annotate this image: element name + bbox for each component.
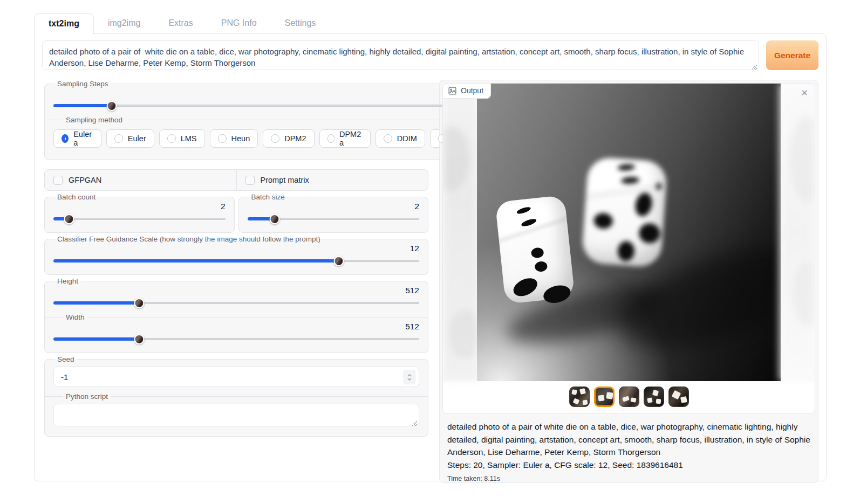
batch-size-group: Batch size 2 xyxy=(238,193,429,233)
chevron-down-icon[interactable] xyxy=(407,378,412,381)
slider-fill xyxy=(53,301,139,305)
slider-thumb[interactable] xyxy=(64,214,74,224)
height-slider[interactable] xyxy=(53,298,419,308)
prompt-input[interactable]: detailed photo of a pair of white die on… xyxy=(42,40,759,70)
radio-dpm2[interactable]: DPM2 xyxy=(263,129,314,148)
gallery-thumbnail-4[interactable] xyxy=(644,386,664,407)
gfpgan-option[interactable]: GFPGAN xyxy=(45,170,237,190)
radio-label: DPM2 xyxy=(284,134,306,143)
gallery-thumbnail-2-selected[interactable] xyxy=(594,386,615,407)
prompt-box: detailed photo of a pair of white die on… xyxy=(42,40,759,72)
batch-count-label: Batch count xyxy=(54,193,98,201)
slider-thumb[interactable] xyxy=(134,298,145,308)
gallery-thumbnail-3[interactable] xyxy=(619,386,639,407)
caption-prompt: detailed photo of a pair of white die on… xyxy=(447,420,810,459)
batch-count-group: Batch count 2 xyxy=(44,193,235,233)
batch-count-slider[interactable] xyxy=(53,214,226,224)
prompt-row: detailed photo of a pair of white die on… xyxy=(42,40,818,72)
generated-image[interactable] xyxy=(477,84,781,381)
options-checkbox-panel: GFPGAN Prompt matrix xyxy=(44,169,428,191)
slider-fill xyxy=(53,259,339,263)
txt2img-tab-panel: detailed photo of a pair of white die on… xyxy=(34,33,827,481)
width-group: Width 512 xyxy=(45,313,428,347)
radio-euler[interactable]: Euler xyxy=(106,129,154,148)
image-carousel xyxy=(443,84,815,381)
output-column: Output ✕ xyxy=(439,80,818,483)
radio-icon xyxy=(114,134,123,143)
sampling-steps-slider[interactable] xyxy=(53,101,481,111)
seed-input[interactable] xyxy=(53,367,419,387)
generation-info: detailed photo of a pair of white die on… xyxy=(442,414,815,486)
batch-size-value: 2 xyxy=(248,201,420,214)
width-value: 512 xyxy=(53,321,419,334)
radio-dpm2-a[interactable]: DPM2 a xyxy=(319,129,371,148)
radio-icon xyxy=(271,134,279,143)
sampling-method-label: Sampling method xyxy=(63,116,125,124)
radio-label: DPM2 a xyxy=(339,130,363,147)
seed-label: Seed xyxy=(54,355,77,363)
slider-fill xyxy=(53,104,112,107)
python-script-label: Python script xyxy=(63,392,111,401)
close-icon[interactable]: ✕ xyxy=(800,87,810,99)
radio-heun[interactable]: Heun xyxy=(210,129,258,148)
caption-params: Steps: 20, Sampler: Euler a, CFG scale: … xyxy=(447,459,810,472)
gallery-thumbnail-1[interactable] xyxy=(569,386,590,407)
die-focused xyxy=(495,195,575,304)
next-image-preview[interactable] xyxy=(779,84,815,381)
seed-spinner[interactable] xyxy=(404,370,415,384)
cfg-scale-label: Classifier Free Guidance Scale (how stro… xyxy=(54,235,323,243)
sampling-method-group: Sampling method Euler a Euler LMS Heun D… xyxy=(45,116,489,154)
width-slider[interactable] xyxy=(53,334,419,344)
height-value: 512 xyxy=(53,285,419,298)
radio-label: LMS xyxy=(181,134,197,143)
radio-euler-a[interactable]: Euler a xyxy=(53,129,101,148)
batch-row: Batch count 2 Batch size 2 xyxy=(44,193,428,235)
python-script-input[interactable] xyxy=(53,404,419,426)
radio-label: Heun xyxy=(231,134,250,143)
seed-input-wrap xyxy=(53,367,419,387)
tab-bar: txt2img img2img Extras PNG Info Settings xyxy=(34,13,860,33)
seed-group: Seed Python script xyxy=(44,355,428,437)
batch-count-value: 2 xyxy=(53,201,226,214)
slider-thumb[interactable] xyxy=(106,101,117,111)
width-label: Width xyxy=(63,313,87,321)
slider-thumb[interactable] xyxy=(134,334,145,344)
slider-thumb[interactable] xyxy=(270,214,280,224)
prompt-matrix-label: Prompt matrix xyxy=(261,176,309,184)
chevron-up-icon[interactable] xyxy=(407,374,412,377)
radio-label: DDIM xyxy=(397,134,417,143)
slider-track xyxy=(53,105,481,107)
slider-fill xyxy=(53,337,139,341)
cfg-scale-slider[interactable] xyxy=(53,256,419,266)
prompt-matrix-checkbox[interactable] xyxy=(245,176,255,185)
output-label-chip: Output xyxy=(443,84,491,99)
tab-txt2img[interactable]: txt2img xyxy=(34,13,94,34)
sampling-group: Sampling Steps 20 Sampling method Euler … xyxy=(44,80,490,160)
output-panel: Output ✕ xyxy=(439,80,818,483)
tab-img2img[interactable]: img2img xyxy=(94,13,154,33)
generate-button[interactable]: Generate xyxy=(766,40,818,70)
radio-selected-icon xyxy=(62,134,69,143)
radio-icon xyxy=(167,134,176,143)
slider-thumb[interactable] xyxy=(333,256,344,266)
thumbnail-strip xyxy=(443,386,815,407)
dimensions-group: Height 512 Width 512 xyxy=(44,277,428,353)
caption-time-taken: Time taken: 8.11s xyxy=(447,473,810,486)
previous-image-preview[interactable] xyxy=(443,84,479,381)
cfg-scale-group: Classifier Free Guidance Scale (how stro… xyxy=(44,235,428,275)
batch-size-slider[interactable] xyxy=(248,214,420,224)
prompt-matrix-option[interactable]: Prompt matrix xyxy=(237,170,428,190)
radio-label: Euler a xyxy=(73,130,93,147)
tab-png-info[interactable]: PNG Info xyxy=(207,13,271,33)
gfpgan-checkbox[interactable] xyxy=(53,176,63,185)
tab-extras[interactable]: Extras xyxy=(154,13,207,33)
radio-ddim[interactable]: DDIM xyxy=(376,129,425,148)
radio-lms[interactable]: LMS xyxy=(159,129,205,148)
batch-size-label: Batch size xyxy=(249,193,288,201)
tab-settings[interactable]: Settings xyxy=(271,13,330,33)
cfg-scale-value: 12 xyxy=(53,243,419,256)
gallery-thumbnail-5[interactable] xyxy=(668,386,689,407)
output-label: Output xyxy=(461,86,483,95)
radio-label: Euler xyxy=(128,134,146,143)
image-icon xyxy=(448,87,456,95)
